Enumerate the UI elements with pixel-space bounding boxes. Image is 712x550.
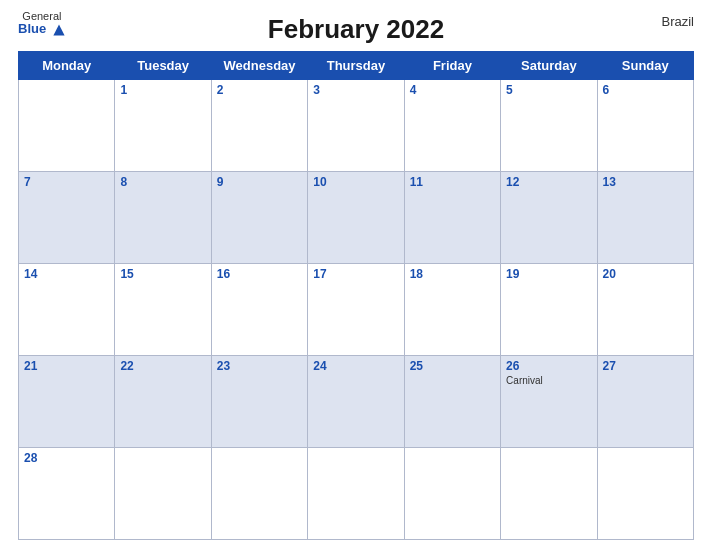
calendar-cell: 17: [308, 264, 404, 356]
day-number: 2: [217, 83, 302, 97]
day-number: 14: [24, 267, 109, 281]
day-number: 4: [410, 83, 495, 97]
calendar-cell: 3: [308, 80, 404, 172]
calendar-cell: 15: [115, 264, 211, 356]
day-number: 8: [120, 175, 205, 189]
day-number: 1: [120, 83, 205, 97]
day-number: 22: [120, 359, 205, 373]
day-number: 15: [120, 267, 205, 281]
day-number: 24: [313, 359, 398, 373]
calendar-cell: 20: [597, 264, 693, 356]
calendar-cell: 4: [404, 80, 500, 172]
calendar-cell: [597, 448, 693, 540]
calendar-cell: 23: [211, 356, 307, 448]
day-number: 26: [506, 359, 591, 373]
calendar-cell: 18: [404, 264, 500, 356]
day-number: 7: [24, 175, 109, 189]
calendar-cell: 5: [501, 80, 597, 172]
header-saturday: Saturday: [501, 52, 597, 80]
calendar-cell: [501, 448, 597, 540]
weekday-header-row: Monday Tuesday Wednesday Thursday Friday…: [19, 52, 694, 80]
logo-blue-text: Blue: [18, 22, 66, 37]
calendar-cell: 8: [115, 172, 211, 264]
day-number: 3: [313, 83, 398, 97]
calendar-cell: 21: [19, 356, 115, 448]
calendar-cell: 28: [19, 448, 115, 540]
day-number: 6: [603, 83, 688, 97]
calendar-cell: 12: [501, 172, 597, 264]
calendar-body: 1234567891011121314151617181920212223242…: [19, 80, 694, 540]
day-number: 28: [24, 451, 109, 465]
calendar-cell: 22: [115, 356, 211, 448]
event-label: Carnival: [506, 375, 591, 386]
header-sunday: Sunday: [597, 52, 693, 80]
calendar-cell: [211, 448, 307, 540]
day-number: 16: [217, 267, 302, 281]
calendar-cell: 26Carnival: [501, 356, 597, 448]
calendar-cell: [115, 448, 211, 540]
calendar-week-row: 123456: [19, 80, 694, 172]
day-number: 9: [217, 175, 302, 189]
day-number: 27: [603, 359, 688, 373]
day-number: 5: [506, 83, 591, 97]
calendar-cell: 11: [404, 172, 500, 264]
calendar-cell: 16: [211, 264, 307, 356]
header-wednesday: Wednesday: [211, 52, 307, 80]
calendar-week-row: 212223242526Carnival27: [19, 356, 694, 448]
calendar-cell: 9: [211, 172, 307, 264]
calendar-week-row: 78910111213: [19, 172, 694, 264]
calendar-cell: 19: [501, 264, 597, 356]
svg-marker-0: [53, 24, 64, 35]
day-number: 13: [603, 175, 688, 189]
calendar-cell: 25: [404, 356, 500, 448]
calendar-cell: [19, 80, 115, 172]
calendar-table: Monday Tuesday Wednesday Thursday Friday…: [18, 51, 694, 540]
day-number: 18: [410, 267, 495, 281]
calendar-page: General Blue February 2022 Brazil Monday…: [0, 0, 712, 550]
calendar-cell: 1: [115, 80, 211, 172]
day-number: 23: [217, 359, 302, 373]
calendar-cell: 27: [597, 356, 693, 448]
calendar-cell: 14: [19, 264, 115, 356]
day-number: 25: [410, 359, 495, 373]
header-thursday: Thursday: [308, 52, 404, 80]
calendar-cell: 6: [597, 80, 693, 172]
logo-icon: [52, 23, 66, 37]
header-friday: Friday: [404, 52, 500, 80]
calendar-cell: 24: [308, 356, 404, 448]
day-number: 21: [24, 359, 109, 373]
calendar-cell: 7: [19, 172, 115, 264]
day-number: 12: [506, 175, 591, 189]
calendar-title: February 2022: [268, 14, 444, 45]
day-number: 17: [313, 267, 398, 281]
header-monday: Monday: [19, 52, 115, 80]
calendar-week-row: 28: [19, 448, 694, 540]
calendar-cell: 10: [308, 172, 404, 264]
country-label: Brazil: [661, 14, 694, 29]
calendar-cell: 2: [211, 80, 307, 172]
logo: General Blue: [18, 10, 66, 37]
day-number: 19: [506, 267, 591, 281]
day-number: 10: [313, 175, 398, 189]
calendar-header: General Blue February 2022 Brazil: [18, 10, 694, 45]
calendar-cell: [308, 448, 404, 540]
day-number: 11: [410, 175, 495, 189]
calendar-week-row: 14151617181920: [19, 264, 694, 356]
calendar-cell: [404, 448, 500, 540]
header-tuesday: Tuesday: [115, 52, 211, 80]
calendar-cell: 13: [597, 172, 693, 264]
day-number: 20: [603, 267, 688, 281]
